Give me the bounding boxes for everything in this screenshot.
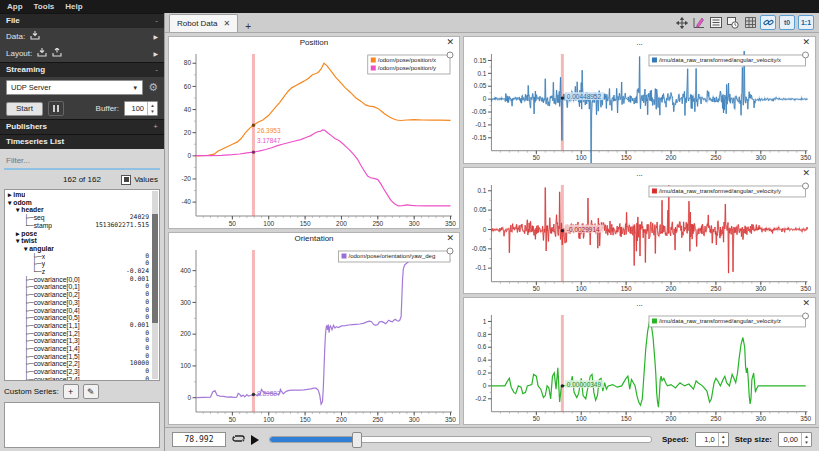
close-icon[interactable]: ✕ xyxy=(446,234,454,243)
tree-row[interactable]: ├─covariance[1,3]0 xyxy=(5,337,159,345)
load-layout-icon[interactable] xyxy=(37,48,47,59)
section-timeseries[interactable]: Timeseries List xyxy=(0,134,164,149)
spin-down-icon[interactable]: ▼ xyxy=(802,440,811,447)
buffer-spinbox[interactable]: 100 ▲▼ xyxy=(124,101,158,116)
filter-input[interactable] xyxy=(4,153,160,170)
plot-canvas-orientation[interactable]: 5010015020025030035001002003004009.89887… xyxy=(169,247,459,424)
time-slider[interactable] xyxy=(269,436,652,443)
menu-tools[interactable]: Tools xyxy=(34,2,55,11)
section-file[interactable]: File - xyxy=(0,13,164,28)
svg-text:-0.1: -0.1 xyxy=(475,264,487,271)
tree-row[interactable]: ├─covariance[1,4]0 xyxy=(5,345,159,353)
values-checkbox[interactable] xyxy=(121,175,131,185)
save-layout-icon[interactable] xyxy=(52,48,62,59)
grid-view-icon[interactable] xyxy=(743,16,757,29)
tree-row[interactable]: ├─covariance[0,0]0.001 xyxy=(5,276,159,284)
zoom-edit-icon[interactable] xyxy=(692,16,706,29)
tree-row[interactable]: ▸ pose xyxy=(5,230,159,238)
tree-scrollbar[interactable] xyxy=(152,191,158,379)
svg-text:100: 100 xyxy=(263,220,274,227)
svg-text:300: 300 xyxy=(755,416,766,423)
gear-icon[interactable]: ⚙ xyxy=(148,82,158,93)
custom-series-list[interactable] xyxy=(4,402,160,448)
svg-text:200: 200 xyxy=(666,285,677,292)
svg-text:300: 300 xyxy=(409,220,420,227)
tree-row[interactable]: ├─covariance[1,2]0 xyxy=(5,330,159,338)
tree-row[interactable]: ├─covariance[0,3]0 xyxy=(5,299,159,307)
spin-down-icon[interactable]: ▼ xyxy=(719,440,728,447)
add-custom-series-button[interactable]: + xyxy=(63,384,79,399)
tree-row[interactable]: ├─covariance[0,2]0 xyxy=(5,291,159,299)
speed-spinbox[interactable]: 1,0 ▲▼ xyxy=(695,432,729,447)
layout-expand-arrow[interactable]: ▶ xyxy=(153,50,158,57)
plot-canvas-angular-velocity-y[interactable]: 50100150200250300350-0.1-0.0500.050.1-0.… xyxy=(464,182,815,294)
pan-arrows-icon[interactable] xyxy=(675,16,689,29)
slider-handle[interactable] xyxy=(352,432,362,448)
tab-close-icon[interactable]: ✕ xyxy=(223,19,230,28)
add-tab-button[interactable]: + xyxy=(238,21,258,32)
svg-text:9.89887: 9.89887 xyxy=(257,390,281,397)
start-button[interactable]: Start xyxy=(6,102,43,116)
tree-row[interactable]: ├─covariance[0,4]0 xyxy=(5,307,159,315)
plot-canvas-angular-velocity-z[interactable]: 50100150200250300350-0.200.20.40.60.810.… xyxy=(464,312,815,424)
ratio-1-1-icon[interactable]: 1:1 xyxy=(798,15,814,30)
tree-row[interactable]: ▸ imu xyxy=(5,191,159,199)
section-streaming[interactable]: Streaming - xyxy=(0,62,164,77)
tree-row[interactable]: ▾ twist xyxy=(5,237,159,245)
data-expand-arrow[interactable]: ▶ xyxy=(153,33,158,40)
tree-row[interactable]: ├─covariance[2,3]0 xyxy=(5,368,159,376)
svg-text:50: 50 xyxy=(229,416,237,423)
slider-fill xyxy=(270,437,356,442)
step-size-spinbox[interactable]: 0,00 ▲▼ xyxy=(778,432,812,447)
tree-row[interactable]: └─stamp1513602271.515 xyxy=(5,222,159,230)
tree-row[interactable]: ├─covariance[1,1]0.001 xyxy=(5,322,159,330)
buffer-value: 100 xyxy=(125,102,147,115)
load-data-icon[interactable] xyxy=(30,31,40,42)
svg-text:200: 200 xyxy=(180,330,191,337)
play-button[interactable] xyxy=(251,435,259,445)
svg-text:250: 250 xyxy=(711,154,722,161)
plot-canvas-angular-velocity-x[interactable]: 50100150200250300350-0.15-0.1-0.0500.050… xyxy=(464,51,815,163)
loop-icon[interactable] xyxy=(232,433,245,446)
timeseries-tree[interactable]: ▸ imu▾ odom▾ header├─seq24029└─stamp1513… xyxy=(4,189,160,381)
close-icon[interactable]: ✕ xyxy=(802,38,810,47)
layout-row: Layout: ▶ xyxy=(0,45,164,62)
time-offset-icon[interactable]: t0 xyxy=(779,15,795,30)
plot-canvas-position[interactable]: 50100150200250300350-40-2002040608026.39… xyxy=(169,51,459,228)
svg-text:-20: -20 xyxy=(182,175,192,182)
speed-value: 1,0 xyxy=(696,433,718,446)
tree-row[interactable]: ├─covariance[2,2]10000 xyxy=(5,360,159,368)
svg-text:0.1: 0.1 xyxy=(477,70,486,77)
svg-text:0.05: 0.05 xyxy=(474,206,487,213)
svg-text:0.05: 0.05 xyxy=(474,82,487,89)
close-icon[interactable]: ✕ xyxy=(802,299,810,308)
tree-row[interactable]: ▾ odom xyxy=(5,199,159,207)
spin-down-icon[interactable]: ▼ xyxy=(148,109,157,116)
tree-row[interactable]: ├─covariance[2,4]0 xyxy=(5,376,159,381)
streaming-source-row: UDP Server ▼ ⚙ xyxy=(0,77,164,98)
edit-custom-series-button[interactable]: ✎ xyxy=(83,384,99,399)
section-publishers[interactable]: Publishers + xyxy=(0,119,164,134)
svg-text:200: 200 xyxy=(666,416,677,423)
close-icon[interactable]: ✕ xyxy=(446,38,454,47)
streaming-source-select[interactable]: UDP Server ▼ xyxy=(6,80,143,95)
svg-text:350: 350 xyxy=(800,416,811,423)
series-count: 162 of 162 xyxy=(63,175,101,184)
tree-row[interactable]: ├─covariance[0,1]0 xyxy=(5,283,159,291)
pause-button[interactable] xyxy=(48,101,64,116)
time-value-input[interactable]: 78.992 xyxy=(172,432,226,447)
collapse-indicator: - xyxy=(155,16,158,25)
tree-row[interactable]: ▾ angular xyxy=(5,245,159,253)
svg-text:1: 1 xyxy=(483,318,487,325)
menu-app[interactable]: App xyxy=(7,2,23,11)
buffer-clock-icon[interactable] xyxy=(726,16,740,29)
close-icon[interactable]: ✕ xyxy=(802,169,810,178)
svg-text:250: 250 xyxy=(372,416,383,423)
link-axes-icon[interactable] xyxy=(760,15,776,30)
menu-help[interactable]: Help xyxy=(65,2,82,11)
step-size-value: 0,00 xyxy=(779,433,801,446)
tree-row[interactable]: ├─x0 xyxy=(5,253,159,261)
tab-robot-data[interactable]: Robot Data ✕ xyxy=(169,14,238,32)
svg-text:0: 0 xyxy=(187,394,191,401)
legend-list-icon[interactable] xyxy=(709,16,723,29)
